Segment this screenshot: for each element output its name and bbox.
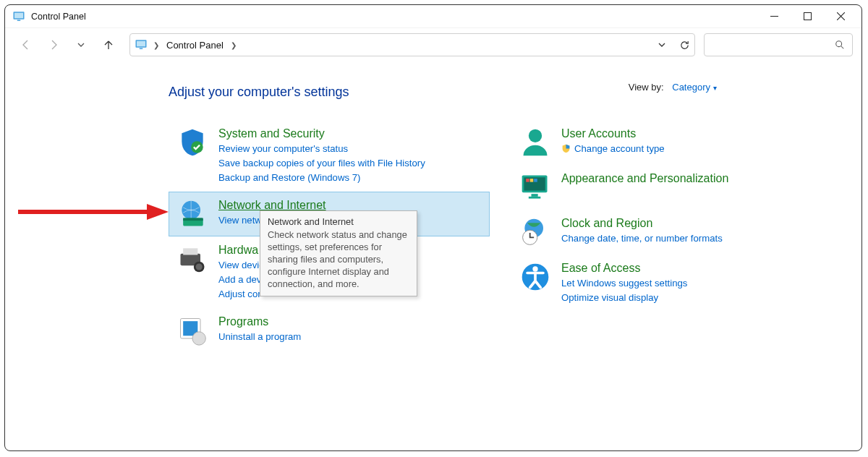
svg-rect-25 <box>534 179 537 182</box>
view-by-label: View by: <box>629 82 664 93</box>
forward-button[interactable] <box>41 33 66 57</box>
svg-rect-12 <box>183 218 203 221</box>
svg-point-8 <box>836 41 842 47</box>
search-icon <box>835 40 845 50</box>
svg-rect-27 <box>529 197 541 199</box>
category-title: User Accounts <box>561 127 665 140</box>
category-system-security[interactable]: System and Security Review your computer… <box>169 120 490 192</box>
category-link[interactable]: Change date, time, or number formats <box>561 231 723 246</box>
chevron-right-icon[interactable]: ❯ <box>152 41 161 49</box>
chevron-down-icon[interactable] <box>658 40 666 49</box>
globe-icon <box>176 198 208 230</box>
page-title: Adjust your computer's settings <box>169 85 833 100</box>
svg-rect-26 <box>532 194 538 197</box>
category-link[interactable]: Review your computer's status <box>218 142 425 156</box>
svg-rect-24 <box>530 179 534 182</box>
programs-icon <box>176 315 208 346</box>
control-panel-icon <box>135 38 148 51</box>
category-title: Clock and Region <box>561 217 723 230</box>
caret-down-icon: ▾ <box>713 84 717 92</box>
printer-icon <box>176 243 208 275</box>
category-clock-region[interactable]: Clock and Region Change date, time, or n… <box>511 210 833 255</box>
category-link[interactable]: Backup and Restore (Windows 7) <box>218 171 425 185</box>
category-title: Hardwa <box>218 244 264 257</box>
category-link[interactable]: Add a devi <box>218 273 264 287</box>
svg-rect-14 <box>183 248 197 255</box>
category-title: Ease of Access <box>561 262 687 275</box>
recent-locations-button[interactable] <box>69 33 93 57</box>
category-programs[interactable]: Programs Uninstall a program <box>169 308 490 353</box>
window-title: Control Panel <box>31 12 86 22</box>
category-title: Programs <box>218 315 301 328</box>
address-bar[interactable]: ❯ Control Panel ❯ <box>129 33 695 56</box>
search-input[interactable] <box>704 33 853 56</box>
category-link[interactable]: Uninstall a program <box>218 330 301 344</box>
back-button[interactable] <box>14 33 38 57</box>
tooltip: Network and Internet Check network statu… <box>260 210 417 296</box>
category-appearance[interactable]: Appearance and Personalization <box>511 165 833 210</box>
view-by-selector[interactable]: View by: Category▾ <box>629 82 717 93</box>
svg-rect-3 <box>770 16 778 17</box>
view-by-value: Category <box>672 82 710 93</box>
breadcrumb-item[interactable]: Control Panel <box>165 40 225 51</box>
category-link[interactable]: Optimize visual display <box>561 291 687 305</box>
svg-rect-7 <box>140 48 143 50</box>
svg-point-19 <box>192 332 205 345</box>
category-link[interactable]: View devic <box>218 258 264 273</box>
clock-globe-icon <box>519 216 551 248</box>
control-panel-icon <box>12 10 25 23</box>
tooltip-body: Check network status and change settings… <box>268 228 409 290</box>
shield-icon <box>176 127 208 158</box>
annotation-arrow <box>18 204 169 220</box>
maximize-button[interactable] <box>791 6 824 27</box>
category-title: Appearance and Personalization <box>561 172 728 185</box>
category-link[interactable]: Change account type <box>561 142 665 156</box>
svg-rect-6 <box>137 41 145 47</box>
window-frame: Control Panel ❯ Control Panel ❯ <box>4 4 862 451</box>
svg-point-20 <box>529 129 542 142</box>
refresh-icon[interactable] <box>679 40 690 51</box>
category-link[interactable]: Adjust cor <box>218 287 264 302</box>
category-title: System and Security <box>218 127 425 140</box>
tooltip-title: Network and Internet <box>268 215 409 228</box>
monitor-icon <box>519 171 551 203</box>
up-button[interactable] <box>96 33 121 57</box>
svg-rect-2 <box>17 20 21 21</box>
user-icon <box>519 127 551 158</box>
minimize-button[interactable] <box>757 6 791 27</box>
uac-shield-icon <box>561 144 571 153</box>
accessibility-icon <box>519 261 551 293</box>
svg-point-16 <box>196 263 203 270</box>
svg-marker-33 <box>147 204 169 220</box>
chevron-right-icon[interactable]: ❯ <box>229 41 238 49</box>
category-column-right: User Accounts Change account type Appear… <box>511 120 833 353</box>
svg-rect-4 <box>804 13 811 20</box>
navigation-bar: ❯ Control Panel ❯ <box>5 28 861 61</box>
close-button[interactable] <box>824 6 857 27</box>
titlebar: Control Panel <box>5 5 861 28</box>
svg-rect-1 <box>14 12 23 18</box>
svg-rect-23 <box>526 179 529 182</box>
category-ease-access[interactable]: Ease of Access Let Windows suggest setti… <box>511 255 833 312</box>
svg-point-31 <box>532 266 537 271</box>
category-link[interactable]: Save backup copies of your files with Fi… <box>218 156 425 171</box>
category-link[interactable]: Let Windows suggest settings <box>561 276 687 291</box>
category-user-accounts[interactable]: User Accounts Change account type <box>511 120 833 165</box>
